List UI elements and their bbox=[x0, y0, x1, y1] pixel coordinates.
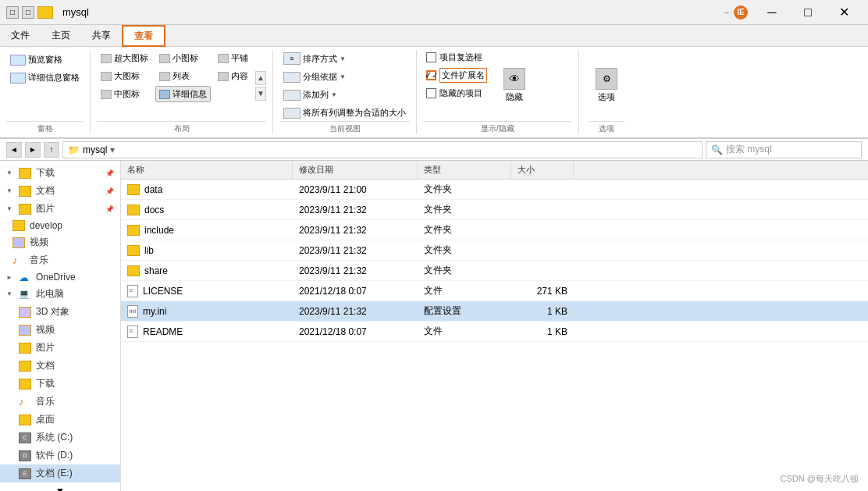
col-type[interactable]: 类型 bbox=[418, 161, 511, 179]
file-date-cell: 2023/9/11 21:32 bbox=[293, 265, 418, 276]
sidebar-item-3d[interactable]: 3D 对象 bbox=[0, 303, 120, 321]
folder-icon bbox=[19, 379, 31, 390]
table-row[interactable]: docs 2023/9/11 21:32 文件夹 bbox=[121, 200, 868, 220]
file-type-cell: 配置设置 bbox=[418, 304, 511, 318]
sidebar-item-onedrive[interactable]: ► ☁ OneDrive bbox=[0, 269, 120, 285]
col-name[interactable]: 名称 bbox=[121, 161, 293, 179]
layout-scroll-down[interactable]: ▼ bbox=[255, 87, 266, 101]
search-box[interactable]: 🔍 搜索 mysql bbox=[706, 141, 862, 158]
file-type-cell: 文件夹 bbox=[418, 183, 511, 196]
title-icon-2: □ bbox=[22, 6, 34, 19]
folder-icon bbox=[127, 265, 140, 276]
sidebar-item-music2[interactable]: ♪ 音乐 bbox=[0, 393, 120, 411]
forward-button[interactable]: ► bbox=[25, 142, 41, 158]
layout-scroll-up[interactable]: ▲ bbox=[255, 71, 266, 85]
folder-icon bbox=[19, 204, 31, 215]
sidebar-item-pictures2[interactable]: 图片 bbox=[0, 339, 120, 357]
file-extensions-checkbox[interactable]: ✓ bbox=[426, 70, 436, 80]
tab-home[interactable]: 主页 bbox=[41, 25, 81, 46]
hide-button[interactable]: 👁 隐藏 bbox=[496, 64, 532, 107]
file-type-cell: 文件夹 bbox=[418, 264, 511, 277]
sidebar-item-drive-e[interactable]: E 文档 (E:) bbox=[0, 464, 120, 482]
add-column-button[interactable]: 添加列 ▼ bbox=[279, 87, 410, 103]
address-bar: ◄ ► ↑ 📁 mysql ▾ 🔍 搜索 mysql bbox=[0, 139, 868, 161]
medium-icons-button[interactable]: 中图标 bbox=[97, 86, 152, 102]
table-row[interactable]: data 2023/9/11 21:00 文件夹 bbox=[121, 180, 868, 200]
table-row[interactable]: lib 2023/9/11 21:32 文件夹 bbox=[121, 240, 868, 261]
item-checkboxes-toggle[interactable]: 项目复选框 bbox=[423, 50, 490, 65]
file-size-cell: 1 KB bbox=[511, 326, 574, 337]
drive-icon: E bbox=[19, 468, 31, 479]
file-date-cell: 2023/9/11 21:32 bbox=[293, 205, 418, 215]
folder-icon bbox=[12, 220, 25, 231]
sidebar-item-documents2[interactable]: 文档 bbox=[0, 357, 120, 375]
small-icons-button[interactable]: 小图标 bbox=[155, 50, 211, 66]
sort-by-button[interactable]: ≡ 排序方式 ▼ bbox=[279, 50, 410, 67]
pc-icon: 💻 bbox=[19, 289, 31, 300]
sidebar-item-documents[interactable]: ▼ 文档 📌 bbox=[0, 182, 120, 200]
file-name-cell: ini my.ini bbox=[121, 305, 293, 318]
up-button[interactable]: ↑ bbox=[44, 142, 59, 158]
sidebar-item-drive-c[interactable]: C 系统 (C:) bbox=[0, 429, 120, 447]
col-date[interactable]: 修改日期 bbox=[293, 161, 418, 179]
item-checkboxes-checkbox[interactable] bbox=[426, 52, 436, 62]
sidebar-item-desktop[interactable]: 桌面 bbox=[0, 411, 120, 429]
sidebar-item-music[interactable]: ♪ 音乐 bbox=[0, 251, 120, 269]
list-button[interactable]: 列表 bbox=[155, 68, 211, 84]
table-row[interactable]: ini my.ini 2023/9/11 21:32 配置设置 1 KB bbox=[121, 301, 868, 322]
content-button[interactable]: 内容 bbox=[214, 68, 252, 84]
tiles-button[interactable]: 平铺 bbox=[214, 50, 252, 66]
fit-columns-button[interactable]: 将所有列调整为合适的大小 bbox=[279, 105, 410, 121]
address-path[interactable]: 📁 mysql ▾ bbox=[62, 141, 703, 158]
large-icons-button[interactable]: 大图标 bbox=[97, 68, 152, 84]
file-name-cell: share bbox=[121, 265, 293, 276]
file-list: 名称 修改日期 类型 大小 data 2023/9/11 21:00 文件夹 d… bbox=[121, 161, 868, 491]
minimize-button[interactable]: ─ bbox=[754, 0, 790, 25]
sidebar-item-videos[interactable]: 视频 bbox=[0, 233, 120, 251]
options-button[interactable]: ⚙ 选项 bbox=[589, 50, 624, 121]
file-type-cell: 文件夹 bbox=[418, 244, 511, 257]
table-row[interactable]: ≡ README 2021/12/18 0:07 文件 1 KB bbox=[121, 322, 868, 342]
tab-file[interactable]: 文件 bbox=[0, 25, 41, 46]
folder-icon bbox=[19, 415, 31, 425]
window-controls[interactable]: → IE ─ □ ✕ bbox=[722, 0, 862, 25]
folder-icon bbox=[127, 225, 140, 236]
details-pane-button[interactable]: 详细信息窗格 bbox=[6, 69, 84, 86]
hidden-items-checkbox[interactable] bbox=[426, 88, 436, 98]
sidebar: ▼ 下载 📌 ▼ 文档 📌 ▼ 图片 📌 develop 视频 bbox=[0, 161, 121, 491]
sidebar-item-develop[interactable]: develop bbox=[0, 218, 120, 233]
ribbon-tab-bar: 文件 主页 共享 查看 bbox=[0, 25, 868, 47]
extra-large-icons-button[interactable]: 超大图标 bbox=[97, 50, 152, 66]
tab-share[interactable]: 共享 bbox=[81, 25, 122, 46]
file-type-cell: 文件夹 bbox=[418, 203, 511, 216]
sidebar-item-videos2[interactable]: 视频 bbox=[0, 321, 120, 339]
tab-view[interactable]: 查看 bbox=[122, 25, 165, 47]
col-size[interactable]: 大小 bbox=[511, 161, 574, 179]
table-row[interactable]: include 2023/9/11 21:32 文件夹 bbox=[121, 220, 868, 240]
sidebar-item-pictures[interactable]: ▼ 图片 📌 bbox=[0, 200, 120, 218]
details-button[interactable]: 详细信息 bbox=[155, 86, 211, 102]
sidebar-item-drive-d[interactable]: D 软件 (D:) bbox=[0, 447, 120, 464]
sidebar-item-pc[interactable]: ▼ 💻 此电脑 bbox=[0, 285, 120, 303]
folder-icon bbox=[127, 245, 140, 256]
sidebar-item-downloads2[interactable]: 下载 bbox=[0, 375, 120, 393]
back-button[interactable]: ◄ bbox=[6, 142, 22, 158]
file-name-cell: include bbox=[121, 225, 293, 236]
maximize-button[interactable]: □ bbox=[790, 0, 826, 25]
current-view-group-label: 当前视图 bbox=[279, 121, 410, 134]
folder-icon bbox=[19, 325, 31, 336]
file-date-cell: 2023/9/11 21:32 bbox=[293, 306, 418, 317]
hidden-items-toggle[interactable]: 隐藏的项目 bbox=[423, 86, 490, 101]
table-row[interactable]: share 2023/9/11 21:32 文件夹 bbox=[121, 261, 868, 281]
file-size-cell: 271 KB bbox=[511, 286, 574, 297]
file-extensions-toggle[interactable]: ✓ 文件扩展名 bbox=[423, 66, 490, 84]
sidebar-item-downloads[interactable]: ▼ 下载 📌 bbox=[0, 164, 120, 182]
preview-pane-button[interactable]: 预览窗格 bbox=[6, 52, 84, 68]
drive-icon: C bbox=[19, 432, 31, 443]
file-date-cell: 2021/12/18 0:07 bbox=[293, 326, 418, 337]
group-by-button[interactable]: 分组依据 ▼ bbox=[279, 69, 410, 85]
table-row[interactable]: ≡ LICENSE 2021/12/18 0:07 文件 271 KB bbox=[121, 281, 868, 301]
file-name-cell: docs bbox=[121, 205, 293, 215]
close-button[interactable]: ✕ bbox=[826, 0, 862, 25]
title-icons: □ □ bbox=[6, 6, 53, 19]
